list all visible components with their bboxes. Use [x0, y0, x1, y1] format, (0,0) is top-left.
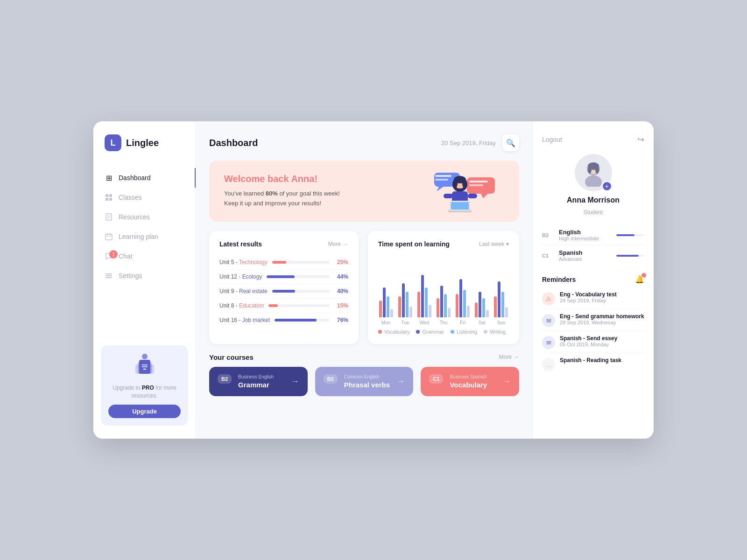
- result-bar: [272, 261, 330, 264]
- chart-day-label: Sat: [474, 320, 490, 325]
- chart-filter-button[interactable]: Last week ▾: [479, 241, 509, 247]
- reminder-content: Spanish - Send essey 05 Oct 2019, Monday: [560, 335, 644, 347]
- courses-row: B2 Business English Grammar → B2 Common …: [209, 367, 519, 396]
- sidebar-item-chat[interactable]: Chat 1: [93, 246, 196, 266]
- sidebar-item-dashboard[interactable]: ⊞ Dashboard: [93, 168, 196, 188]
- svg-rect-37: [468, 194, 477, 198]
- logout-icon[interactable]: ↪: [637, 134, 644, 145]
- reminder-item: … Spanish - Reading task: [542, 353, 644, 375]
- chart-title: Time spent on learning: [378, 240, 450, 248]
- sidebar-item-label: Resources: [119, 213, 150, 221]
- reminder-date: 29 Sep 2019, Wednesay: [560, 320, 644, 325]
- svg-rect-1: [109, 194, 112, 197]
- lang-sub: Advanced: [559, 256, 611, 262]
- svg-point-44: [588, 166, 592, 174]
- course-info: Business English Grammar: [238, 374, 284, 389]
- reminder-title: Eng - Send grammar homework: [560, 313, 644, 320]
- svg-rect-12: [106, 273, 112, 274]
- sidebar-item-label: Learning plan: [119, 233, 158, 240]
- svg-point-33: [453, 179, 458, 188]
- results-more-button[interactable]: More →: [328, 241, 348, 247]
- date-text: 20 Sep 2019, Friday: [441, 140, 496, 147]
- lang-name: Spanish: [559, 249, 611, 256]
- chart-bar: [383, 287, 386, 317]
- search-button[interactable]: 🔍: [502, 134, 519, 151]
- course-card[interactable]: C1 Business Spanish Vocabulary →: [421, 367, 519, 396]
- courses-more-button[interactable]: More →: [499, 354, 519, 360]
- course-badge: B2: [324, 374, 338, 384]
- courses-section: Your courses More → B2 Business English …: [209, 353, 519, 396]
- reminder-icon: ⚠: [542, 292, 555, 305]
- svg-rect-13: [106, 275, 112, 276]
- chart-bar: [505, 307, 508, 317]
- course-name: Phrasal verbs: [344, 381, 390, 389]
- sidebar-item-classes[interactable]: Classes: [93, 188, 196, 207]
- chart-card-header: Time spent on learning Last week ▾: [378, 240, 509, 248]
- lang-name: English: [559, 229, 611, 236]
- sidebar-item-resources[interactable]: Resources: [93, 207, 196, 227]
- result-unit: Unit 9 - Real estate: [219, 288, 268, 294]
- reminder-content: Spanish - Reading task: [560, 357, 644, 364]
- legend-label: Listening: [457, 329, 477, 335]
- avatar-plus-button[interactable]: +: [602, 181, 612, 191]
- chart-day-column: [493, 271, 509, 317]
- result-item: Unit 5 - Technology 25%: [219, 255, 348, 270]
- reminder-bell-button[interactable]: 🔔: [635, 275, 644, 284]
- chart-day-label: Wed: [416, 320, 432, 325]
- legend-item: Writing: [484, 329, 506, 335]
- svg-point-46: [585, 175, 602, 187]
- chart-bar: [409, 307, 412, 317]
- upgrade-illustration: [108, 353, 181, 380]
- lang-bar-fill: [616, 255, 639, 257]
- sidebar: L Linglee ⊞ Dashboard Classes Resources: [93, 121, 196, 439]
- sidebar-item-settings[interactable]: Settings: [93, 266, 196, 286]
- legend-dot: [484, 330, 487, 334]
- chart-day-column: [455, 271, 471, 317]
- chart-day-label: Mon: [378, 320, 394, 325]
- welcome-illustration: [411, 170, 504, 222]
- result-pct: 25%: [334, 259, 348, 266]
- app-container: L Linglee ⊞ Dashboard Classes Resources: [93, 121, 654, 439]
- sidebar-item-learning-plan[interactable]: Learning plan: [93, 227, 196, 246]
- reminder-badge: [641, 273, 646, 278]
- right-panel: Logout ↪ + Anna Morrison Studen: [532, 121, 654, 439]
- svg-rect-2: [106, 198, 108, 201]
- chart-bar: [437, 298, 439, 317]
- nav-list: ⊞ Dashboard Classes Resources Learning: [93, 168, 196, 338]
- legend-item: Listening: [451, 329, 477, 335]
- course-card[interactable]: B2 Business English Grammar →: [209, 367, 308, 396]
- chart-day-column: [474, 271, 490, 317]
- chart-bar: [398, 296, 401, 317]
- svg-point-18: [142, 354, 148, 359]
- chart-bar: [390, 309, 393, 317]
- course-name: Grammar: [238, 381, 284, 389]
- chart-bar: [498, 281, 500, 317]
- chart-day-column: [397, 271, 413, 317]
- chart-bar: [456, 294, 458, 317]
- chart-bar: [501, 292, 504, 317]
- chart-bar: [421, 275, 424, 317]
- chart-bar: [494, 296, 497, 317]
- course-arrow-icon: →: [396, 377, 405, 386]
- result-unit: Unit 16 - Job market: [219, 317, 270, 323]
- course-card[interactable]: B2 Common English Phrasal verbs →: [315, 367, 414, 396]
- upgrade-button[interactable]: Upgrade: [108, 405, 181, 418]
- chart-day-label: Tue: [397, 320, 413, 325]
- result-item: Unit 8 - Education 15%: [219, 299, 348, 313]
- svg-rect-3: [109, 198, 112, 201]
- lang-info: Spanish Advanced: [559, 249, 611, 262]
- reminder-item: ⚠ Eng - Vocabulary test 24 Sep 2019, Fri…: [542, 287, 644, 309]
- upgrade-section: Upgrade to PRO for more resources. Upgra…: [101, 345, 188, 426]
- upgrade-text: Upgrade to PRO for more resources.: [108, 384, 181, 400]
- lang-level-badge: C1: [542, 253, 553, 259]
- reminder-item: ✉ Spanish - Send essey 05 Oct 2019, Mond…: [542, 331, 644, 353]
- logout-label[interactable]: Logout: [542, 136, 562, 143]
- date-search-area: 20 Sep 2019, Friday 🔍: [441, 134, 519, 151]
- sidebar-item-label: Settings: [119, 272, 142, 280]
- time-chart-card: Time spent on learning Last week ▾ MonTu…: [368, 231, 519, 344]
- profile-area: + Anna Morrison Student: [542, 154, 644, 216]
- chart-container: MonTueWedThuFriSatSun: [378, 255, 509, 325]
- resources-icon: [105, 213, 113, 221]
- calendar-icon: [105, 232, 113, 241]
- chart-bar: [459, 279, 462, 317]
